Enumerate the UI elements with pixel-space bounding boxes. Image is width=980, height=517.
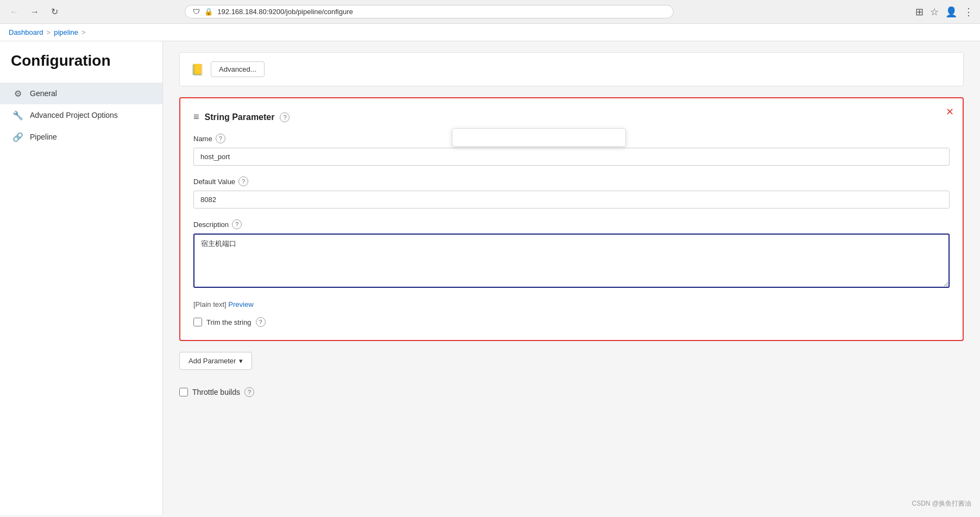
- shield-icon: 🛡: [193, 8, 200, 16]
- main-layout: Configuration ⚙ General 🔧 Advanced Proje…: [0, 41, 980, 515]
- trim-checkbox[interactable]: [193, 318, 202, 326]
- preview-link[interactable]: Preview: [228, 300, 253, 308]
- name-help-icon[interactable]: ?: [216, 134, 225, 143]
- close-button[interactable]: ✕: [946, 107, 954, 117]
- breadcrumb: Dashboard > pipeline >: [0, 24, 980, 41]
- trim-label: Trim the string: [206, 318, 252, 326]
- back-button[interactable]: ←: [7, 6, 22, 18]
- pipeline-icon: 🔗: [12, 131, 23, 142]
- breadcrumb-pipeline[interactable]: pipeline: [54, 28, 78, 36]
- url-text: 192.168.184.80:9200/job/pipeline/configu…: [217, 8, 353, 16]
- throttle-row: Throttle builds ?: [179, 387, 964, 397]
- profile-icon[interactable]: 👤: [945, 6, 957, 18]
- description-textarea[interactable]: 宿主机端口: [193, 234, 950, 288]
- sidebar-label-pipeline: Pipeline: [30, 133, 57, 141]
- description-field-group: Description ? 宿主机端口: [193, 219, 950, 289]
- extensions-icon[interactable]: ⊞: [915, 6, 924, 18]
- default-help-icon[interactable]: ?: [238, 176, 248, 186]
- throttle-checkbox[interactable]: [179, 388, 188, 396]
- sidebar-item-advanced[interactable]: 🔧 Advanced Project Options: [0, 104, 162, 126]
- advanced-button[interactable]: Advanced...: [211, 61, 265, 77]
- description-help-icon[interactable]: ?: [232, 219, 242, 229]
- card-header: ≡ String Parameter ?: [193, 111, 950, 123]
- refresh-button[interactable]: ↻: [48, 5, 61, 18]
- dropdown-arrow-icon: ▾: [239, 357, 243, 365]
- bookmark-icon[interactable]: ☆: [930, 6, 939, 18]
- tooltip-overlay: [452, 128, 626, 147]
- sidebar-item-general[interactable]: ⚙ General: [0, 83, 162, 104]
- breadcrumb-sep-2: >: [81, 28, 86, 36]
- notebook-icon: 📒: [191, 63, 204, 76]
- sidebar-label-advanced: Advanced Project Options: [30, 111, 118, 119]
- lock-icon: 🔒: [204, 8, 213, 16]
- breadcrumb-dashboard[interactable]: Dashboard: [9, 28, 43, 36]
- parameter-card: ≡ String Parameter ? ✕ Name ? Default Va…: [179, 97, 964, 341]
- address-bar: 🛡 🔒 192.168.184.80:9200/job/pipeline/con…: [185, 5, 674, 18]
- browser-chrome: ← → ↻ 🛡 🔒 192.168.184.80:9200/job/pipeli…: [0, 0, 980, 24]
- trim-checkbox-row: Trim the string ?: [193, 317, 950, 327]
- plain-text-label: [Plain text]: [193, 300, 227, 308]
- default-value-input[interactable]: [193, 191, 950, 209]
- sidebar-item-pipeline[interactable]: 🔗 Pipeline: [0, 126, 162, 148]
- default-value-field-group: Default Value ?: [193, 176, 950, 209]
- drag-handle-icon[interactable]: ≡: [193, 111, 199, 123]
- sidebar: Configuration ⚙ General 🔧 Advanced Proje…: [0, 41, 163, 515]
- page-title: Configuration: [0, 52, 162, 83]
- throttle-help-icon[interactable]: ?: [244, 387, 254, 397]
- description-label: Description ?: [193, 219, 950, 229]
- add-parameter-button[interactable]: Add Parameter ▾: [179, 352, 252, 370]
- throttle-label: Throttle builds: [192, 388, 240, 396]
- default-value-label: Default Value ?: [193, 176, 950, 186]
- add-parameter-label: Add Parameter: [189, 357, 236, 365]
- sidebar-label-general: General: [30, 89, 57, 98]
- preview-area: [Plain text] Preview: [193, 300, 950, 308]
- trim-help-icon[interactable]: ?: [256, 317, 266, 327]
- add-parameter-section: Add Parameter ▾: [179, 352, 964, 379]
- breadcrumb-sep-1: >: [47, 28, 51, 36]
- name-input[interactable]: [193, 148, 950, 166]
- general-icon: ⚙: [12, 88, 23, 99]
- wrench-icon: 🔧: [12, 110, 23, 121]
- menu-icon[interactable]: ⋮: [964, 6, 973, 18]
- watermark: CSDN @换鱼打酱油: [912, 499, 971, 508]
- title-help-icon[interactable]: ?: [280, 112, 290, 122]
- card-title: String Parameter: [205, 112, 275, 122]
- advanced-btn-area: 📒 Advanced...: [179, 52, 964, 86]
- content-area: 📒 Advanced... ≡ String Parameter ? ✕ Nam…: [163, 41, 980, 515]
- forward-button[interactable]: →: [27, 6, 42, 18]
- browser-icons-right: ⊞ ☆ 👤 ⋮: [915, 6, 973, 18]
